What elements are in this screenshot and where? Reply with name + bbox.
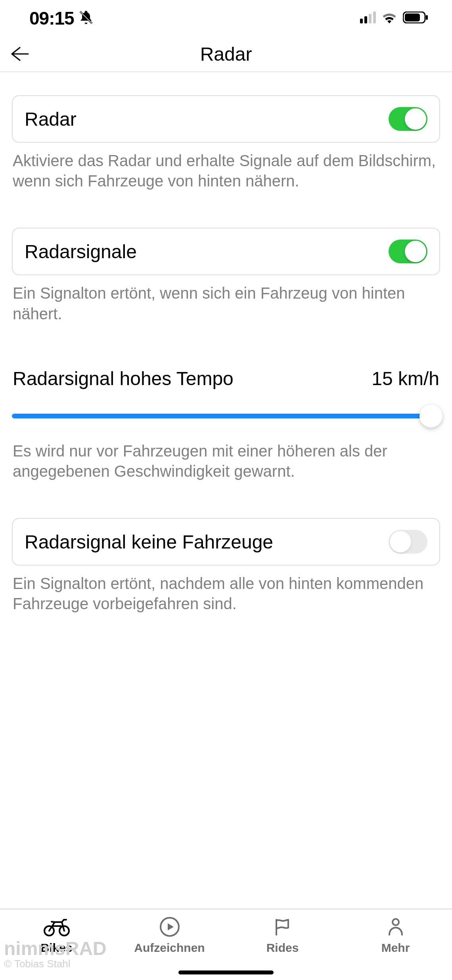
no-vehicles-label: Radarsignal keine Fahrzeuge (25, 531, 273, 553)
nav-header: Radar (0, 36, 452, 72)
wifi-icon (381, 12, 397, 25)
back-button[interactable] (8, 42, 32, 66)
bike-icon (43, 915, 71, 939)
page-title: Radar (200, 43, 252, 65)
status-left: 09:15 (29, 8, 94, 29)
speed-threshold-desc: Es wird nur vor Fahrzeugen mit einer höh… (13, 441, 439, 481)
tab-label: Mehr (381, 941, 410, 955)
status-time: 09:15 (29, 8, 74, 29)
arrow-left-icon (10, 46, 30, 62)
no-vehicles-toggle-row[interactable]: Radarsignal keine Fahrzeuge (12, 518, 440, 566)
toggle-knob (405, 108, 426, 130)
radar-signals-toggle-row[interactable]: Radarsignale (12, 228, 440, 275)
tab-bar: Bikes Aufzeichnen Rides Mehr (0, 909, 452, 980)
tab-more[interactable]: Mehr (339, 915, 452, 955)
speed-threshold-header: Radarsignal hohes Tempo 15 km/h (12, 368, 440, 389)
toggle-knob (405, 241, 426, 262)
tab-label: Rides (266, 941, 299, 955)
slider-knob[interactable] (419, 405, 442, 428)
svg-rect-3 (364, 16, 367, 23)
speed-threshold-label: Radarsignal hohes Tempo (13, 368, 234, 389)
svg-point-12 (393, 919, 399, 925)
radar-toggle-desc: Aktiviere das Radar und erhalte Signale … (13, 151, 439, 191)
svg-rect-5 (373, 12, 376, 23)
svg-rect-2 (360, 19, 363, 23)
no-vehicles-toggle[interactable] (389, 530, 427, 554)
silent-bell-icon (78, 10, 94, 27)
status-bar: 09:15 (0, 0, 452, 36)
svg-rect-7 (405, 13, 420, 21)
radar-signals-desc: Ein Signalton ertönt, wenn sich ein Fahr… (13, 283, 439, 324)
tab-bikes[interactable]: Bikes (0, 915, 113, 955)
home-indicator[interactable] (178, 970, 274, 974)
tab-record[interactable]: Aufzeichnen (113, 915, 226, 955)
tab-rides[interactable]: Rides (226, 915, 339, 955)
speed-threshold-slider[interactable] (12, 405, 440, 428)
person-icon (385, 915, 406, 939)
slider-track (12, 414, 440, 418)
flag-icon (272, 915, 293, 939)
svg-rect-4 (369, 14, 372, 23)
content: Radar Aktiviere das Radar und erhalte Si… (0, 72, 452, 614)
radar-signals-toggle[interactable] (389, 240, 427, 263)
status-right (360, 12, 428, 25)
tab-label: Aufzeichnen (134, 941, 205, 955)
tab-label: Bikes (40, 941, 72, 955)
battery-icon (403, 12, 428, 25)
radar-toggle[interactable] (389, 107, 427, 131)
record-icon (159, 915, 180, 939)
cellular-signal-icon (360, 12, 376, 25)
radar-toggle-label: Radar (25, 108, 77, 130)
speed-threshold-value: 15 km/h (372, 368, 439, 389)
radar-signals-label: Radarsignale (25, 241, 137, 263)
radar-toggle-row[interactable]: Radar (12, 95, 440, 143)
svg-rect-8 (426, 15, 428, 20)
no-vehicles-desc: Ein Signalton ertönt, nachdem alle von h… (13, 573, 439, 614)
toggle-knob (390, 531, 411, 552)
